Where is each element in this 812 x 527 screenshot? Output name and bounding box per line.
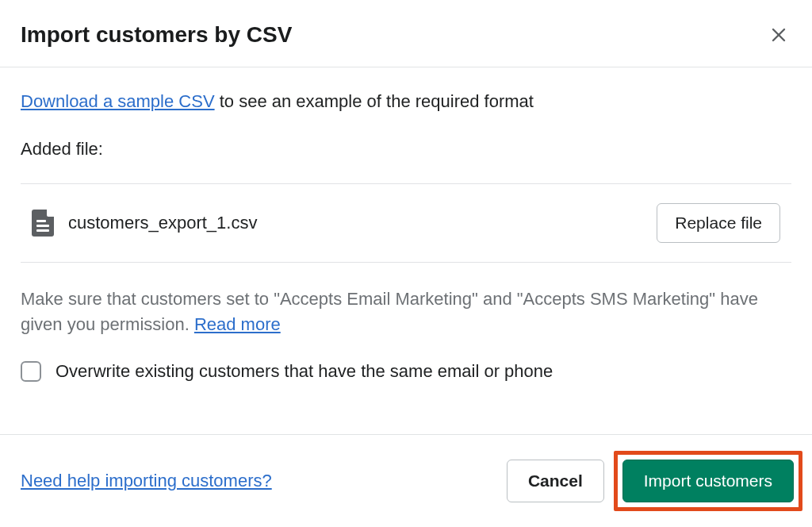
import-highlight: Import customers — [614, 451, 802, 511]
help-link[interactable]: Need help importing customers? — [21, 471, 272, 491]
file-name: customers_export_1.csv — [68, 213, 257, 233]
read-more-link[interactable]: Read more — [194, 314, 281, 334]
modal-title: Import customers by CSV — [21, 22, 292, 48]
import-customers-modal: Import customers by CSV Download a sampl… — [0, 0, 812, 527]
replace-file-button[interactable]: Replace file — [657, 203, 780, 243]
added-file-row: customers_export_1.csv Replace file — [21, 183, 791, 263]
permission-text: Make sure that customers set to "Accepts… — [21, 289, 758, 334]
import-customers-button[interactable]: Import customers — [622, 460, 794, 502]
modal-header: Import customers by CSV — [0, 0, 812, 67]
file-info: customers_export_1.csv — [32, 210, 257, 237]
download-sample-link[interactable]: Download a sample CSV — [21, 91, 215, 111]
added-file-label: Added file: — [21, 139, 791, 160]
close-button[interactable] — [766, 22, 791, 48]
overwrite-checkbox[interactable] — [21, 361, 41, 382]
modal-footer: Need help importing customers? Cancel Im… — [0, 434, 812, 527]
overwrite-row: Overwrite existing customers that have t… — [21, 361, 791, 382]
footer-actions: Cancel Import customers — [507, 451, 802, 511]
close-icon — [769, 25, 788, 44]
modal-body: Download a sample CSV to see an example … — [0, 67, 812, 434]
file-icon — [32, 210, 54, 237]
permission-note: Make sure that customers set to "Accepts… — [21, 287, 791, 337]
sample-trailer-text: to see an example of the required format — [215, 91, 534, 111]
sample-csv-line: Download a sample CSV to see an example … — [21, 91, 791, 112]
overwrite-label[interactable]: Overwrite existing customers that have t… — [56, 361, 553, 382]
cancel-button[interactable]: Cancel — [507, 460, 604, 502]
